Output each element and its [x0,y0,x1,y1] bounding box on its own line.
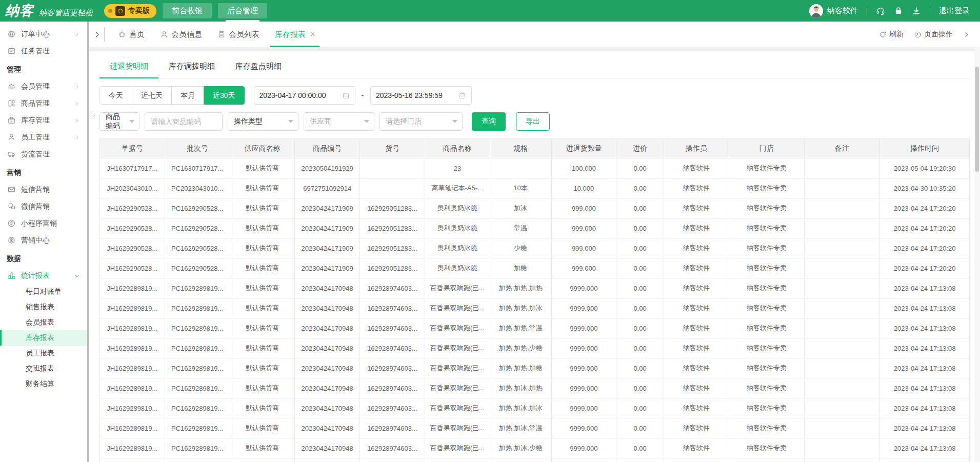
nav-front-cashier-button[interactable]: 前台收银 [163,3,212,18]
sidebar-item-stock-manage[interactable]: 库存管理 [0,112,87,129]
table-cell [804,398,879,418]
date-to-input[interactable]: 2023-05-16 23:59:59 [370,86,472,105]
sidebar-subitem-stock-report[interactable]: 库存报表 [0,330,87,346]
collapse-sidebar-icon[interactable] [90,112,97,118]
scrollbar-thumb[interactable] [975,67,979,172]
export-button[interactable]: 导出 [516,112,550,131]
table-cell: 默认供货商 [230,238,295,258]
table-cell: JH1629289819... [100,298,165,318]
close-icon[interactable]: × [310,30,315,38]
table-cell: 9999.000 [551,378,616,398]
table-cell: 加热,加热,加冰 [490,298,551,318]
tab-stock-report[interactable]: 库存报表× [267,22,323,47]
tab-label: 会员信息 [171,30,202,39]
table-cell: 百香果双响跑(已... [425,458,490,462]
tab-label: 首页 [129,30,145,39]
table-cell: 离草笔记本-A5-... [425,178,490,198]
download-icon[interactable] [912,6,921,15]
table-cell [804,418,879,438]
table-cell: 百香果双响跑(已... [425,298,490,318]
main-area: 首页会员信息会员列表库存报表× 刷新 页面操作 进退货明细库存 [89,22,980,462]
lock-icon[interactable] [894,6,903,15]
sidebar-item-task-manage[interactable]: 任务管理 [0,43,87,59]
date-from-input[interactable]: 2023-04-17 00:00:00 [254,86,355,105]
range-today[interactable]: 今天 [99,86,132,105]
table-cell: 默认供货商 [230,458,295,462]
scrollbar-track[interactable] [974,47,980,462]
divider [930,6,930,15]
store-select[interactable]: 请选择门店 [379,112,463,131]
table-cell [804,438,879,458]
table-cell: 20230424170948 [295,278,360,298]
sidebar-subitem-staff-report[interactable]: 员工报表 [0,346,87,361]
tab-home[interactable]: 首页 [110,22,152,47]
sidebar-subitem-member-report[interactable]: 会员报表 [0,315,87,330]
calendar-icon [458,92,466,99]
sidebar-item-staff-manage[interactable]: 员工管理 [0,129,87,146]
table-cell: 2023-05-04 19:20:30 [880,158,970,178]
table-cell: 百香果双响跑(已... [425,358,490,378]
table-cell [804,178,879,198]
tab-member-info[interactable]: 会员信息 [152,22,210,47]
sidebar: 订单中心任务管理管理会员管理商品管理库存管理员工管理货流管理营销短信营销微信营销… [0,22,87,462]
user-menu[interactable]: 纳客软件 [809,4,858,18]
refresh-button[interactable]: 刷新 [879,30,904,39]
header-nav: 前台收银后台管理 [156,3,267,18]
table-cell [804,238,879,258]
edition-badge-label: 专卖版 [128,6,150,15]
code-type-select[interactable]: 商品编码 [99,112,139,131]
table-cell: 999.000 [551,258,616,278]
search-filter-row: 商品编码 操作类型 供应商 请选择门店 查询 导出 [99,112,970,131]
table-cell: JH1629289819... [100,458,165,462]
sidebar-item-miniapp-marketing[interactable]: 小程序营销 [0,215,87,232]
tab-member-list[interactable]: 会员列表 [210,22,267,47]
sidebar-subitem-finance-settle[interactable]: 财务结算 [0,376,87,392]
product-code-input[interactable] [145,112,223,131]
sidebar-subitem-daily-bill[interactable]: 每日对账单 [0,284,87,299]
subtab-inout-detail[interactable]: 进退货明细 [99,58,158,78]
supplier-select[interactable]: 供应商 [304,112,374,131]
sidebar-item-member-manage[interactable]: 会员管理 [0,78,87,95]
sidebar-item-wechat-marketing[interactable]: 微信营销 [0,198,87,215]
table-cell: 6972751092914 [295,178,360,198]
sidebar-item-logistics-manage[interactable]: 货流管理 [0,146,87,163]
operation-type-select[interactable]: 操作类型 [228,112,298,131]
chevron-right-icon[interactable] [963,31,970,38]
report-panel: 进退货明细库存调拨明细库存盘点明细 今天近七天本月近30天 2023-04-17… [89,51,980,462]
sidebar-item-goods-manage[interactable]: 商品管理 [0,95,87,112]
subtab-check-detail[interactable]: 库存盘点明细 [225,58,292,78]
archive-icon [7,116,16,125]
nav-backend-manage-button[interactable]: 后台管理 [218,3,267,18]
chevron-right-icon[interactable] [93,31,101,38]
table-cell: 0.00 [616,458,664,462]
sidebar-section-data: 数据 [0,249,87,267]
logout-button[interactable]: 退出登录 [939,6,970,16]
tab-label: 库存报表 [275,30,306,39]
sidebar-subitem-shift-report[interactable]: 交班报表 [0,361,87,376]
table-cell: 纳客软件专卖 [729,418,804,438]
sidebar-item-order-center[interactable]: 订单中心 [0,26,87,43]
table-cell: 纳客软件专卖 [729,458,804,462]
table-cell: 默认供货商 [230,318,295,338]
sidebar-item-marketing-center[interactable]: 营销中心 [0,232,87,249]
search-button[interactable]: 查询 [472,112,506,131]
sidebar-subitem-sales-report[interactable]: 销售报表 [0,299,87,315]
table-cell: 100.000 [551,158,616,178]
subtab-transfer-detail[interactable]: 库存调拨明细 [158,58,225,78]
page-actions-button[interactable]: 页面操作 [914,30,953,39]
range-this-month[interactable]: 本月 [171,86,204,105]
table-cell: 纳客软件 [664,318,729,338]
range-last7days[interactable]: 近七天 [132,86,172,105]
range-last30days[interactable]: 近30天 [204,86,245,105]
table-cell [804,458,879,462]
chevron-down-icon [288,120,293,123]
customer-service-icon[interactable] [876,6,885,15]
table-cell: 162928974603... [360,298,425,318]
avatar [809,4,823,18]
sidebar-item-stats-report[interactable]: 统计报表 [0,267,87,284]
sidebar-item-sms-marketing[interactable]: 短信营销 [0,181,87,198]
goods-icon [7,99,16,108]
table-cell: 默认供货商 [230,338,295,358]
table-cell: 加热,加热,少糖 [490,338,551,358]
table-cell: JH1629290528... [100,258,165,278]
